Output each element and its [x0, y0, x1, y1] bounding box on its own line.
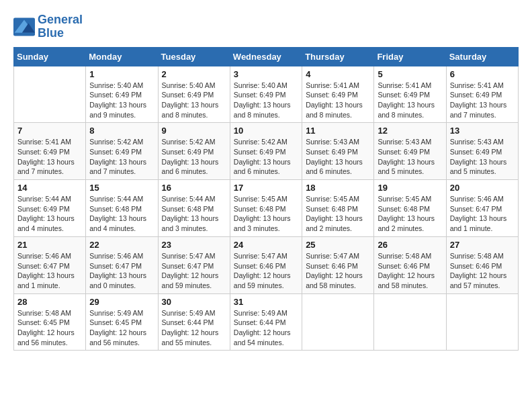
day-info: Sunrise: 5:40 AMSunset: 6:49 PMDaylight:…	[162, 81, 226, 120]
day-info: Sunrise: 5:42 AMSunset: 6:49 PMDaylight:…	[234, 137, 298, 177]
day-info: Sunrise: 5:41 AMSunset: 6:49 PMDaylight:…	[17, 137, 82, 177]
weekday-header-sunday: Sunday	[14, 47, 86, 66]
day-info: Sunrise: 5:48 AMSunset: 6:46 PMDaylight:…	[378, 251, 442, 291]
logo: General Blue	[13, 13, 83, 40]
calendar-cell: 22Sunrise: 5:46 AMSunset: 6:47 PMDayligh…	[86, 236, 158, 293]
calendar-cell: 25Sunrise: 5:47 AMSunset: 6:46 PMDayligh…	[302, 236, 374, 293]
day-number: 11	[306, 126, 370, 136]
day-info: Sunrise: 5:49 AMSunset: 6:44 PMDaylight:…	[162, 308, 226, 348]
calendar-week-5: 28Sunrise: 5:48 AMSunset: 6:45 PMDayligh…	[14, 293, 519, 351]
day-number: 13	[450, 126, 515, 136]
calendar-cell: 14Sunrise: 5:44 AMSunset: 6:49 PMDayligh…	[14, 180, 86, 237]
logo-text-blue: Blue	[38, 27, 83, 40]
calendar-cell: 28Sunrise: 5:48 AMSunset: 6:45 PMDayligh…	[14, 293, 86, 351]
calendar-cell: 8Sunrise: 5:42 AMSunset: 6:49 PMDaylight…	[86, 123, 158, 180]
day-number: 1	[89, 69, 154, 79]
day-info: Sunrise: 5:45 AMSunset: 6:48 PMDaylight:…	[234, 194, 298, 234]
calendar-cell: 26Sunrise: 5:48 AMSunset: 6:46 PMDayligh…	[374, 236, 446, 293]
day-info: Sunrise: 5:47 AMSunset: 6:46 PMDaylight:…	[234, 251, 298, 291]
day-number: 4	[306, 69, 370, 79]
day-number: 16	[162, 183, 226, 193]
day-info: Sunrise: 5:46 AMSunset: 6:47 PMDaylight:…	[17, 251, 82, 291]
day-info: Sunrise: 5:43 AMSunset: 6:49 PMDaylight:…	[378, 137, 442, 177]
calendar-cell: 18Sunrise: 5:45 AMSunset: 6:48 PMDayligh…	[302, 180, 374, 237]
calendar-cell	[14, 66, 86, 123]
day-info: Sunrise: 5:44 AMSunset: 6:48 PMDaylight:…	[162, 194, 226, 234]
calendar-table: SundayMondayTuesdayWednesdayThursdayFrid…	[13, 47, 519, 351]
weekday-header-wednesday: Wednesday	[230, 47, 302, 66]
calendar-cell: 16Sunrise: 5:44 AMSunset: 6:48 PMDayligh…	[158, 180, 230, 237]
calendar-cell: 6Sunrise: 5:41 AMSunset: 6:49 PMDaylight…	[446, 66, 518, 123]
calendar-week-4: 21Sunrise: 5:46 AMSunset: 6:47 PMDayligh…	[14, 236, 519, 293]
day-number: 23	[162, 240, 226, 250]
day-number: 20	[450, 183, 515, 193]
calendar-cell: 3Sunrise: 5:40 AMSunset: 6:49 PMDaylight…	[230, 66, 302, 123]
day-info: Sunrise: 5:42 AMSunset: 6:49 PMDaylight:…	[89, 137, 154, 177]
calendar-cell	[302, 293, 374, 351]
day-number: 15	[89, 183, 154, 193]
logo-text-general: General	[38, 13, 83, 27]
day-number: 29	[89, 297, 154, 307]
day-info: Sunrise: 5:42 AMSunset: 6:49 PMDaylight:…	[162, 137, 226, 177]
day-number: 12	[378, 126, 442, 136]
calendar-cell: 17Sunrise: 5:45 AMSunset: 6:48 PMDayligh…	[230, 180, 302, 237]
day-number: 31	[234, 297, 298, 307]
day-number: 2	[162, 69, 226, 79]
day-info: Sunrise: 5:44 AMSunset: 6:49 PMDaylight:…	[17, 194, 82, 234]
day-info: Sunrise: 5:49 AMSunset: 6:44 PMDaylight:…	[234, 308, 298, 348]
calendar-week-1: 1Sunrise: 5:40 AMSunset: 6:49 PMDaylight…	[14, 66, 519, 123]
calendar-cell: 13Sunrise: 5:43 AMSunset: 6:49 PMDayligh…	[446, 123, 518, 180]
calendar-week-3: 14Sunrise: 5:44 AMSunset: 6:49 PMDayligh…	[14, 180, 519, 237]
day-number: 25	[306, 240, 370, 250]
day-number: 19	[378, 183, 442, 193]
day-info: Sunrise: 5:48 AMSunset: 6:45 PMDaylight:…	[17, 308, 82, 348]
day-number: 18	[306, 183, 370, 193]
calendar-cell: 23Sunrise: 5:47 AMSunset: 6:47 PMDayligh…	[158, 236, 230, 293]
weekday-header-saturday: Saturday	[446, 47, 518, 66]
calendar-cell: 12Sunrise: 5:43 AMSunset: 6:49 PMDayligh…	[374, 123, 446, 180]
day-number: 26	[378, 240, 442, 250]
day-number: 5	[378, 69, 442, 79]
day-info: Sunrise: 5:40 AMSunset: 6:49 PMDaylight:…	[234, 81, 298, 120]
calendar-cell	[446, 293, 518, 351]
calendar-cell: 19Sunrise: 5:45 AMSunset: 6:48 PMDayligh…	[374, 180, 446, 237]
calendar-cell	[374, 293, 446, 351]
day-number: 14	[17, 183, 82, 193]
day-info: Sunrise: 5:47 AMSunset: 6:46 PMDaylight:…	[306, 251, 370, 291]
day-number: 9	[162, 126, 226, 136]
calendar-cell: 9Sunrise: 5:42 AMSunset: 6:49 PMDaylight…	[158, 123, 230, 180]
day-info: Sunrise: 5:45 AMSunset: 6:48 PMDaylight:…	[306, 194, 370, 234]
day-info: Sunrise: 5:41 AMSunset: 6:49 PMDaylight:…	[450, 81, 515, 120]
calendar-cell: 10Sunrise: 5:42 AMSunset: 6:49 PMDayligh…	[230, 123, 302, 180]
day-number: 10	[234, 126, 298, 136]
calendar-week-2: 7Sunrise: 5:41 AMSunset: 6:49 PMDaylight…	[14, 123, 519, 180]
calendar-cell: 7Sunrise: 5:41 AMSunset: 6:49 PMDaylight…	[14, 123, 86, 180]
calendar-cell: 4Sunrise: 5:41 AMSunset: 6:49 PMDaylight…	[302, 66, 374, 123]
day-info: Sunrise: 5:43 AMSunset: 6:49 PMDaylight:…	[450, 137, 515, 177]
calendar-cell: 1Sunrise: 5:40 AMSunset: 6:49 PMDaylight…	[86, 66, 158, 123]
day-number: 7	[17, 126, 82, 136]
weekday-header-friday: Friday	[374, 47, 446, 66]
day-number: 28	[17, 297, 82, 307]
weekday-header-monday: Monday	[86, 47, 158, 66]
calendar-cell: 31Sunrise: 5:49 AMSunset: 6:44 PMDayligh…	[230, 293, 302, 351]
day-info: Sunrise: 5:49 AMSunset: 6:45 PMDaylight:…	[89, 308, 154, 348]
day-info: Sunrise: 5:44 AMSunset: 6:48 PMDaylight:…	[89, 194, 154, 234]
day-number: 17	[234, 183, 298, 193]
calendar-cell: 20Sunrise: 5:46 AMSunset: 6:47 PMDayligh…	[446, 180, 518, 237]
calendar-cell: 11Sunrise: 5:43 AMSunset: 6:49 PMDayligh…	[302, 123, 374, 180]
calendar-cell: 15Sunrise: 5:44 AMSunset: 6:48 PMDayligh…	[86, 180, 158, 237]
calendar-cell: 29Sunrise: 5:49 AMSunset: 6:45 PMDayligh…	[86, 293, 158, 351]
day-info: Sunrise: 5:43 AMSunset: 6:49 PMDaylight:…	[306, 137, 370, 177]
day-info: Sunrise: 5:41 AMSunset: 6:49 PMDaylight:…	[378, 81, 442, 120]
day-info: Sunrise: 5:45 AMSunset: 6:48 PMDaylight:…	[378, 194, 442, 234]
day-number: 22	[89, 240, 154, 250]
day-number: 27	[450, 240, 515, 250]
day-number: 8	[89, 126, 154, 136]
day-number: 24	[234, 240, 298, 250]
day-number: 3	[234, 69, 298, 79]
day-info: Sunrise: 5:46 AMSunset: 6:47 PMDaylight:…	[89, 251, 154, 291]
page-header: General Blue	[13, 13, 519, 40]
weekday-header-tuesday: Tuesday	[158, 47, 230, 66]
calendar-cell: 27Sunrise: 5:48 AMSunset: 6:46 PMDayligh…	[446, 236, 518, 293]
